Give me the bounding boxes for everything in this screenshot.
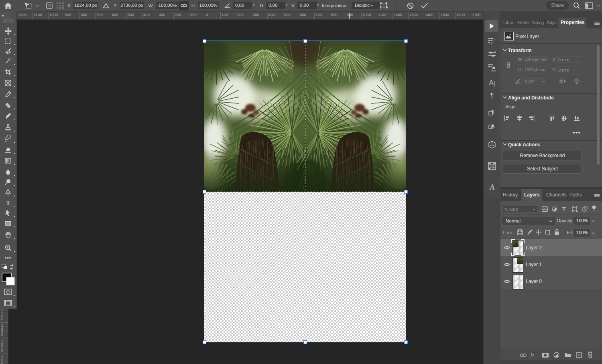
svg-text:T: T: [6, 200, 10, 206]
svg-text:A: A: [491, 123, 495, 129]
svg-text:¶: ¶: [491, 109, 494, 115]
